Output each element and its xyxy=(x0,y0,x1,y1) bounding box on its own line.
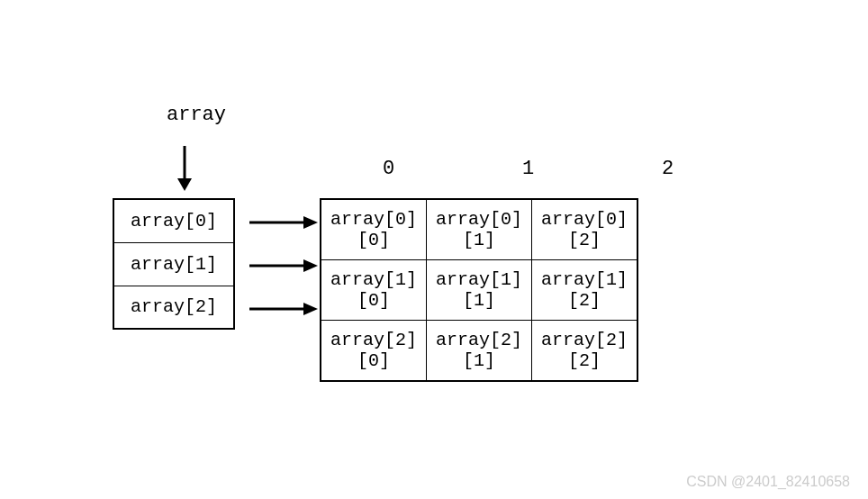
grid-cell: array[0][2] xyxy=(532,199,638,260)
grid-cell: array[0][0] xyxy=(321,199,427,260)
watermark-text: CSDN @2401_82410658 xyxy=(686,474,850,490)
grid-cell: array[1][0] xyxy=(321,260,427,321)
pointer-cell: array[1] xyxy=(113,242,234,286)
column-header: 0 xyxy=(383,158,394,180)
grid-cell: array[2][2] xyxy=(532,321,638,382)
right-arrow-icon xyxy=(248,257,320,275)
svg-marker-3 xyxy=(303,216,318,229)
grid-cell: array[2][1] xyxy=(427,321,532,382)
data-grid-table: array[0][0] array[0][1] array[0][2] arra… xyxy=(320,198,638,382)
column-header: 2 xyxy=(662,158,674,180)
pointer-array-table: array[0] array[1] array[2] xyxy=(113,198,235,330)
right-arrow-icon xyxy=(248,213,320,231)
grid-cell: array[1][2] xyxy=(532,260,638,321)
svg-marker-1 xyxy=(177,178,192,191)
array-title-label: array xyxy=(167,104,226,126)
grid-cell: array[0][1] xyxy=(427,199,532,260)
svg-marker-7 xyxy=(303,303,318,315)
grid-cell: array[2][0] xyxy=(321,321,427,382)
right-arrow-icon xyxy=(248,300,320,318)
grid-cell: array[1][1] xyxy=(427,260,532,321)
pointer-cell: array[0] xyxy=(113,199,234,242)
pointer-cell: array[2] xyxy=(113,286,234,329)
svg-marker-5 xyxy=(303,259,318,272)
down-arrow-icon xyxy=(171,144,198,194)
column-header: 1 xyxy=(522,158,534,180)
